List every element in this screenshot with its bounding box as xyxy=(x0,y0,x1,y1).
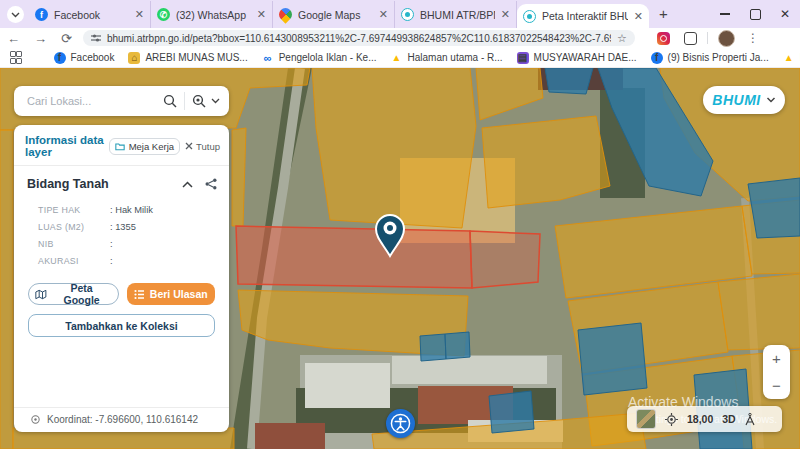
location-search-card xyxy=(14,86,229,116)
browser-tab-strip: f Facebook ✕ ✆ (32) WhatsApp ✕ Google Ma… xyxy=(0,0,800,28)
extension-icon[interactable] xyxy=(684,32,697,45)
zoom-in-button[interactable]: + xyxy=(763,345,790,372)
parcel-fields: TIPE HAK : Hak Milik LUAS (M2) : 1355 NI… xyxy=(14,197,229,273)
coordinate-footer: Koordinat: -7.696600, 110.616142 xyxy=(14,407,229,432)
map-status-toolbar: 18,00 3D xyxy=(627,406,782,432)
bhumi-icon xyxy=(523,10,536,23)
basemap-thumbnail[interactable] xyxy=(636,409,656,429)
back-button[interactable]: ← xyxy=(7,32,20,45)
tab-google-maps[interactable]: Google Maps ✕ xyxy=(273,1,395,28)
meja-kerja-button[interactable]: Meja Kerja xyxy=(109,138,180,155)
action-buttons: Peta Google Beri Ulasan xyxy=(28,283,215,305)
peta-google-button[interactable]: Peta Google xyxy=(28,283,119,305)
divider xyxy=(184,92,185,110)
mode-3d-button[interactable]: 3D xyxy=(722,413,735,425)
bookmark-pengelola-iklan[interactable]: ∞ Pengelola Iklan - Ke... xyxy=(262,52,377,64)
new-tab-button[interactable]: + xyxy=(659,5,668,22)
google-ads-icon: ▲ xyxy=(391,52,403,64)
tab-peta-interaktif-active[interactable]: Peta Interaktif BHUMI ATR/B ✕ xyxy=(517,4,649,28)
url-bar[interactable]: bhumi.atrbpn.go.id/peta?bbox=110.6143008… xyxy=(83,30,635,46)
field-row: NIB : xyxy=(38,239,229,249)
bhumi-brand-menu[interactable]: BHUMI xyxy=(703,86,785,114)
zoom-level-value: 18,00 xyxy=(687,413,713,425)
accessibility-button[interactable] xyxy=(386,409,415,438)
tab-close-icon[interactable]: ✕ xyxy=(135,9,144,20)
panel-title: Informasi data layer xyxy=(25,134,104,158)
maximize-button[interactable] xyxy=(740,0,770,28)
coordinate-text: Koordinat: -7.696600, 110.616142 xyxy=(47,414,198,425)
tab-bhumi[interactable]: BHUMI ATR/BPN ✕ xyxy=(395,1,517,28)
search-input[interactable] xyxy=(25,94,163,108)
zoom-search-icon[interactable] xyxy=(192,94,206,108)
compass-north-icon[interactable] xyxy=(745,413,755,426)
facebook-icon: f xyxy=(651,52,663,64)
profile-avatar[interactable] xyxy=(718,30,735,47)
minimize-button[interactable] xyxy=(710,0,740,28)
bookmarks-bar: f Facebook ⌂ AREBI MUNAS MUS... ∞ Pengel… xyxy=(0,48,800,68)
gps-target-icon[interactable] xyxy=(665,413,678,426)
field-row: AKURASI : xyxy=(38,256,229,266)
apps-grid-icon[interactable] xyxy=(10,51,20,65)
bookmark-star-icon[interactable]: ☆ xyxy=(617,32,627,45)
bookmark-halaman-utama-1[interactable]: ▲ Halaman utama - R... xyxy=(391,52,503,64)
window-controls: ✕ xyxy=(710,0,800,28)
section-header: Bidang Tanah xyxy=(14,166,229,197)
bookmark-musyawarah[interactable]: ▤ MUSYAWARAH DAE... xyxy=(517,52,637,64)
meta-icon: ∞ xyxy=(262,52,274,64)
forward-button[interactable]: → xyxy=(34,32,47,45)
instagram-extension-icon[interactable] xyxy=(657,32,670,45)
google-ads-icon: ▲ xyxy=(783,52,795,64)
close-icon xyxy=(185,142,193,150)
accessibility-person-icon xyxy=(390,413,411,434)
bhumi-logo: BHUMI xyxy=(712,92,760,108)
bookmark-bisnis-properti[interactable]: f (9) Bisnis Properti Ja... xyxy=(651,52,769,64)
house-icon: ⌂ xyxy=(128,52,140,64)
bookmark-halaman-utama-2[interactable]: ▲ Halaman utama - R... xyxy=(783,52,800,64)
bookmark-facebook[interactable]: f Facebook xyxy=(54,52,115,64)
google-maps-pin-icon xyxy=(276,5,294,23)
browser-toolbar: ← → ⟳ bhumi.atrbpn.go.id/peta?bbox=110.6… xyxy=(0,28,800,48)
tab-whatsapp[interactable]: ✆ (32) WhatsApp ✕ xyxy=(151,1,273,28)
zoom-out-button[interactable]: − xyxy=(763,372,790,399)
url-text: bhumi.atrbpn.go.id/peta?bbox=110.6143008… xyxy=(107,33,611,44)
close-window-button[interactable]: ✕ xyxy=(770,0,800,28)
bookmark-arebi[interactable]: ⌂ AREBI MUNAS MUS... xyxy=(128,52,247,64)
facebook-icon: f xyxy=(54,52,66,64)
tab-close-icon[interactable]: ✕ xyxy=(379,9,388,20)
chevron-down-icon[interactable] xyxy=(211,98,220,104)
reload-button[interactable]: ⟳ xyxy=(61,32,72,45)
facebook-icon: f xyxy=(35,8,48,21)
map-icon xyxy=(35,289,47,300)
tab-facebook[interactable]: f Facebook ✕ xyxy=(29,1,151,28)
zoom-controls: + − xyxy=(763,345,790,399)
review-list-icon xyxy=(134,289,145,300)
beri-ulasan-button[interactable]: Beri Ulasan xyxy=(127,283,216,305)
search-icon[interactable] xyxy=(163,94,177,108)
share-icon[interactable] xyxy=(205,178,217,190)
panel-header: Informasi data layer Meja Kerja Tutup xyxy=(14,125,229,166)
layer-info-panel: Informasi data layer Meja Kerja Tutup Bi… xyxy=(14,125,229,432)
tab-close-icon[interactable]: ✕ xyxy=(257,9,266,20)
tutup-close-button[interactable]: Tutup xyxy=(185,141,220,152)
field-row: LUAS (M2) : 1355 xyxy=(38,222,229,232)
divider xyxy=(707,32,708,44)
whatsapp-icon: ✆ xyxy=(157,8,170,21)
workspace-folder-icon xyxy=(115,142,125,151)
tambahkan-ke-koleksi-button[interactable]: Tambahkan ke Koleksi xyxy=(28,314,215,337)
bhumi-icon xyxy=(401,8,414,21)
crosshair-icon xyxy=(30,414,41,425)
tab-close-icon[interactable]: ✕ xyxy=(634,11,643,22)
purple-doc-icon: ▤ xyxy=(517,52,529,64)
section-title: Bidang Tanah xyxy=(27,177,182,191)
site-settings-icon[interactable] xyxy=(91,33,101,43)
field-row: TIPE HAK : Hak Milik xyxy=(38,205,229,215)
chrome-menu-icon[interactable]: ⋮ xyxy=(747,31,759,45)
chevron-up-icon[interactable] xyxy=(182,181,193,188)
chevron-down-icon xyxy=(766,97,776,103)
tab-search-button[interactable] xyxy=(7,6,24,23)
tab-close-icon[interactable]: ✕ xyxy=(501,9,510,20)
